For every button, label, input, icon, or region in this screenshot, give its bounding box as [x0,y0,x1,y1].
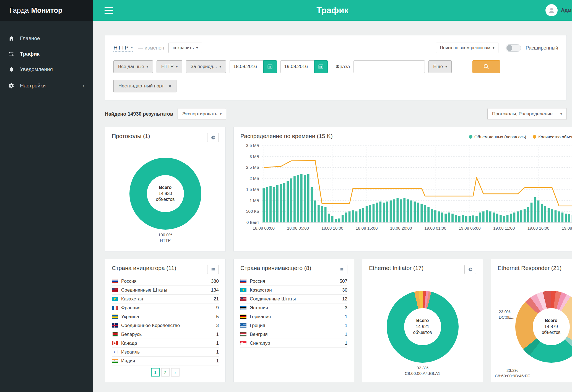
svg-text:2 МБ: 2 МБ [249,176,259,181]
country-name: Франция [121,305,216,311]
save-button[interactable]: сохранить ▾ [168,43,202,53]
region-search-dropdown[interactable]: Поиск по всем регионам ▾ [436,43,499,53]
period-select[interactable]: За период... ▾ [186,60,226,73]
protocol-select[interactable]: HTTP ▾ [157,60,182,73]
date-from-input[interactable] [230,60,263,73]
ethernet-responder-donut-chart[interactable]: Всего 14 879 объектов [515,291,572,363]
country-row[interactable]: Греция1 [240,321,347,330]
toggle-knob [506,45,512,51]
search-button[interactable] [472,60,500,73]
sidebar-item-label: Уведомления [20,66,53,72]
card-title: Протоколы (1) [112,133,150,139]
ethernet-initiator-donut-chart[interactable]: Всего 14 921 объектов [387,291,459,363]
country-row[interactable]: Соединенные Штаты12 [240,295,347,303]
country-row[interactable]: Германия1 [240,312,347,321]
flag-icon [112,306,118,310]
data-source-label: Все данные [118,64,144,69]
list-icon-button[interactable] [336,265,347,274]
country-row[interactable]: Соединенные Штаты134 [112,286,219,295]
card-title: Страна инициатора (11) [112,265,176,271]
filter-panel: HTTP ▾ — изменен сохранить ▾ Поиск по вс… [105,35,567,100]
protocols-donut-chart[interactable]: Всего 14 930 объектов [129,158,201,230]
country-row[interactable]: Беларусь1 [112,330,219,339]
pie-chart-icon-button[interactable] [464,265,476,274]
country-row[interactable]: Эстония3 [240,303,347,312]
sidebar-item-settings[interactable]: Настройки ‹ [0,77,93,94]
page-title: Трафик [316,6,349,15]
country-name: Сингапур [250,341,345,346]
country-row[interactable]: Соединенное Королевство3 [112,321,219,330]
close-icon[interactable]: × [168,83,171,89]
user-icon [548,7,555,14]
country-row[interactable]: Венгрия1 [240,330,347,339]
country-row[interactable]: Франция9 [112,303,219,312]
layout-select-label: Протоколы, Распределение ... [492,111,558,117]
country-row[interactable]: Сингапур1 [240,339,347,348]
data-source-select[interactable]: Все данные ▾ [113,60,153,73]
time-distribution-chart[interactable]: 18.08 00:0018.08 05:0018.08 10:0018.08 1… [240,142,572,235]
chip-label: Нестандартный порт [118,83,164,89]
country-row[interactable]: Казахстан30 [240,286,347,295]
card-title: Распределение по времени (15 K) [240,133,333,139]
home-icon [8,35,14,41]
country-row[interactable]: Украина5 [112,312,219,321]
date-to-input[interactable] [280,60,314,73]
ethernet-responder-card: Ethernet Responder (21) Всего 14 879 объ… [491,259,572,382]
sidebar-item-home[interactable]: Главное [0,31,93,46]
period-label: За период... [191,64,217,69]
country-name: Соединенное Королевство [121,323,216,328]
country-name: Индия [121,358,216,364]
calendar-icon-button[interactable] [314,60,328,73]
legend-objects[interactable]: Количество объектов (правая ось) [533,134,572,139]
country-row[interactable]: Россия507 [240,277,347,286]
svg-text:1.5 МБ: 1.5 МБ [246,187,259,192]
flag-icon [240,297,246,301]
phrase-input[interactable] [353,60,425,73]
country-value: 380 [211,279,219,284]
country-name: Казахстан [121,296,214,302]
country-row[interactable]: Казахстан21 [112,295,219,303]
save-button-label: сохранить [173,45,194,50]
collapse-chevron-icon[interactable]: ‹ [82,82,85,90]
advanced-toggle[interactable] [506,44,521,52]
page-button-2[interactable]: 2 [161,368,170,377]
flag-icon [240,279,246,283]
country-row[interactable]: Канада1 [112,339,219,348]
filter-chip-nonstandard-port[interactable]: Нестандартный порт × [113,80,176,92]
country-value: 1 [216,358,219,364]
legend-label: Количество объектов (правая ось) [538,134,572,139]
more-select[interactable]: Ещё ▾ [428,60,452,73]
svg-text:3 МБ: 3 МБ [249,154,259,159]
preset-dropdown[interactable]: HTTP ▾ [113,44,133,52]
menu-toggle-button[interactable] [105,7,113,14]
list-icon-button[interactable] [207,265,219,274]
country-value: 1 [216,349,219,355]
country-name: Эстония [250,305,345,311]
sidebar-item-label: Настройки [20,83,46,89]
svg-text:500 КБ: 500 КБ [246,209,259,214]
layout-select[interactable]: Протоколы, Распределение ... ▾ [487,108,567,120]
user-menu[interactable]: Админ [545,4,572,16]
sidebar-item-notifications[interactable]: Уведомления [0,62,93,77]
legend-dot-orange [533,135,536,139]
svg-text:19.08 16:00: 19.08 16:00 [527,226,549,230]
results-count: Найдено 14930 результатов [105,111,173,117]
country-value: 21 [214,296,219,302]
export-button[interactable]: Экспортировать ▾ [178,108,226,120]
page-button-1[interactable]: 1 [151,368,160,377]
chevron-down-icon: ▾ [220,112,222,116]
chevron-down-icon: ▾ [445,65,447,69]
country-name: Венгрия [250,332,345,337]
pie-chart-icon-button[interactable] [207,133,219,142]
pagination: 1 2 › [112,368,219,377]
calendar-icon [267,64,273,69]
export-label: Экспортировать [182,111,217,117]
country-row[interactable]: Индия1 [112,357,219,365]
country-row[interactable]: Израиль1 [112,348,219,357]
next-page-button[interactable]: › [171,368,180,377]
calendar-icon-button[interactable] [263,60,277,73]
legend-volume[interactable]: Объем данных (левая ось) [469,134,526,139]
country-row[interactable]: Россия380 [112,277,219,286]
sidebar-item-traffic[interactable]: Трафик [0,46,93,62]
svg-text:19.08 06:00: 19.08 06:00 [459,226,480,230]
